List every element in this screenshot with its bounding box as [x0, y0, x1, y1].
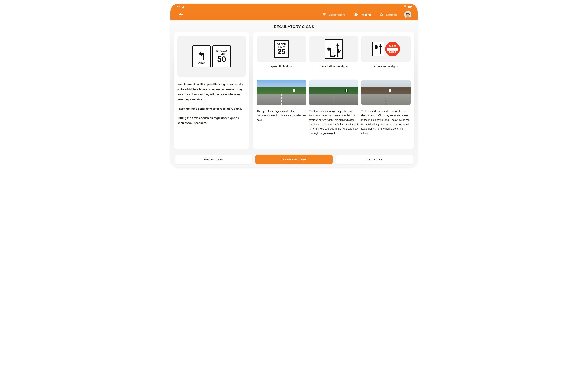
sign-left-turn-only: ONLY — [192, 45, 211, 67]
nav-row: Leaderboard Training Settings — [170, 9, 418, 20]
main-panel: SPEED LIMIT 25 Speed limit signs — [253, 32, 414, 149]
example-photo — [309, 80, 358, 105]
tab-information[interactable]: INFORMATION — [175, 155, 252, 164]
app-window: 9:41 L — [170, 4, 418, 167]
intro-paragraph: Regulatory signs like speed limit signs … — [177, 82, 246, 102]
dne-bar-icon — [387, 48, 398, 50]
svg-point-1 — [406, 14, 409, 17]
arrow-left-icon — [178, 11, 184, 18]
tab-critical-items[interactable]: 11 CRITICAL ITEMS — [255, 155, 332, 164]
example-photo — [257, 80, 306, 105]
example-text: The speed limit sign indicates the maxim… — [257, 109, 306, 122]
type-label: Where to go signs — [374, 65, 398, 68]
sign-lane-indication: ONLY — [325, 39, 343, 59]
type-card-lane-indication[interactable]: ONLY Lane indication signs — [309, 36, 358, 68]
intro-text: Regulatory signs like speed limit signs … — [177, 82, 246, 130]
sign-speed-limit-25: SPEED LIMIT 25 — [274, 40, 289, 58]
status-left: 9:41 — [177, 5, 185, 8]
type-label: Lane indication signs — [320, 65, 348, 68]
page-body: REGULATORY SIGNS ONLY SPEED LIMIT 50 — [170, 20, 418, 167]
type-thumb: DO NOT ENTER — [361, 36, 411, 62]
keep-right-arrow-icon — [373, 43, 383, 55]
intro-paragraph: During the drives, touch on regulatory s… — [177, 115, 246, 125]
example-text: The lane-indication sign helps the drive… — [309, 109, 358, 135]
nav-label: Leaderboard — [329, 13, 345, 16]
example-speed-limit: The speed limit sign indicates the maxim… — [257, 80, 306, 135]
intro-panel: ONLY SPEED LIMIT 50 Regulatory signs lik… — [174, 32, 249, 149]
tab-label: INFORMATION — [204, 158, 223, 161]
signal-icon — [182, 6, 185, 7]
type-thumb: ONLY — [309, 36, 358, 62]
sign-keep-right — [372, 42, 384, 56]
tab-priorities[interactable]: PRIORITIES — [336, 155, 413, 164]
intro-paragraph: There are three general types of regulat… — [177, 106, 246, 111]
nav-label: Training — [360, 13, 371, 16]
back-button[interactable] — [177, 10, 185, 19]
panels: ONLY SPEED LIMIT 50 Regulatory signs lik… — [174, 32, 414, 149]
sign-do-not-enter: DO NOT ENTER — [385, 42, 400, 56]
nav-item-settings[interactable]: Settings — [379, 12, 397, 17]
app-header: 9:41 L — [170, 4, 418, 20]
intro-thumb: ONLY SPEED LIMIT 50 — [177, 36, 246, 77]
type-card-row: SPEED LIMIT 25 Speed limit signs — [257, 36, 411, 68]
example-photo — [361, 80, 411, 105]
sign-speed-limit-50: SPEED LIMIT 50 — [212, 45, 231, 67]
graduation-cap-icon — [353, 12, 358, 17]
dne-top: DO NOT — [389, 45, 396, 47]
trophy-icon — [322, 12, 327, 17]
status-time: 9:41 — [177, 5, 181, 8]
type-card-speed-limit[interactable]: SPEED LIMIT 25 Speed limit signs — [257, 36, 306, 68]
avatar-icon — [404, 11, 411, 18]
example-lane-indication: The lane-indication sign helps the drive… — [309, 80, 358, 135]
type-thumb: SPEED LIMIT 25 — [257, 36, 306, 62]
status-right — [404, 5, 411, 8]
sign-speed-value: 50 — [217, 55, 226, 63]
sign-speed-text-top: SPEED — [216, 49, 227, 52]
tab-label: PRIORITIES — [367, 158, 382, 161]
sign-speed-text-top: SPEED — [277, 43, 286, 46]
nav-item-training[interactable]: Training — [353, 12, 371, 17]
dne-bottom: ENTER — [389, 51, 396, 53]
sign-only-label: ONLY — [331, 55, 337, 57]
type-label: Speed limit signs — [270, 65, 293, 68]
left-turn-arrow-icon — [196, 49, 207, 61]
sign-only-label: ONLY — [198, 61, 205, 64]
status-bar: 9:41 — [170, 5, 418, 8]
battery-icon — [408, 6, 411, 7]
page-title: REGULATORY SIGNS — [174, 25, 414, 29]
nav-label: Settings — [386, 13, 397, 16]
avatar[interactable] — [404, 11, 411, 18]
example-text: Traffic islands are used to separate two… — [361, 109, 411, 135]
nav-item-leaderboard[interactable]: Leaderboard — [322, 12, 345, 17]
example-row: The speed limit sign indicates the maxim… — [257, 80, 411, 135]
sign-speed-value: 25 — [278, 48, 285, 55]
bottom-tabs: INFORMATION 11 CRITICAL ITEMS PRIORITIES — [175, 155, 413, 164]
wifi-icon — [404, 5, 406, 8]
type-card-where-to-go[interactable]: DO NOT ENTER Where to go signs — [361, 36, 411, 68]
example-where-to-go: Traffic islands are used to separate two… — [361, 80, 411, 135]
gear-icon — [379, 12, 384, 17]
tab-label: 11 CRITICAL ITEMS — [281, 158, 307, 161]
